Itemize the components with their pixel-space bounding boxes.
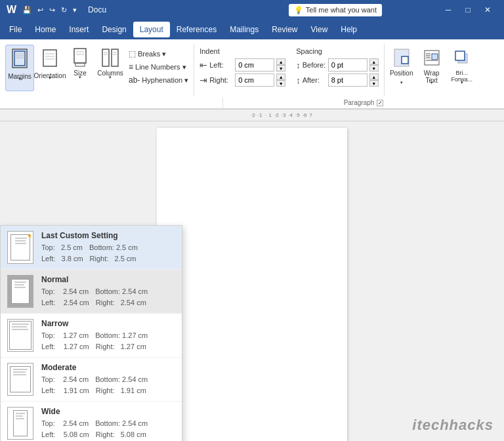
columns-button[interactable]: Columns ▾ <box>96 45 125 89</box>
margin-info-normal: Normal Top: 2.54 cm Bottom: 2.54 cm Left… <box>41 275 175 308</box>
position-button[interactable]: Position ▾ <box>387 45 416 94</box>
margin-info-narrow: Narrow Top: 1.27 cm Bottom: 1.27 cm Left… <box>41 319 175 352</box>
indent-left-input[interactable]: 0 cm <box>235 58 274 72</box>
columns-icon <box>101 47 119 70</box>
indent-left-up[interactable]: ▲ <box>276 58 285 65</box>
minimize-button[interactable]: ─ <box>438 0 458 20</box>
margin-preview-narrow <box>7 319 33 352</box>
menu-view[interactable]: View <box>304 22 335 37</box>
redo-button[interactable]: ↪ <box>47 5 57 16</box>
margin-name-normal: Normal <box>41 275 175 284</box>
spacing-before-input[interactable]: 0 pt <box>328 58 368 72</box>
columns-arrow: ▾ <box>109 75 112 80</box>
margins-dropdown: ★ Last Custom Setting Top: 2.5 cm Bottom… <box>0 225 182 441</box>
page-setup-group: Margins ▾ Orientation ▾ <box>3 43 194 96</box>
orientation-arrow: ▾ <box>49 75 51 81</box>
small-page-setup-group: ⬚ Breaks ▾ ≡ Line Numbers ▾ ab- Hyphenat… <box>126 45 191 87</box>
indent-right-up[interactable]: ▲ <box>276 74 285 80</box>
paragraph-section-label: Paragraph ⤢ <box>223 99 504 106</box>
spacing-before-up[interactable]: ▲ <box>369 58 379 65</box>
indent-left-down[interactable]: ▼ <box>276 65 285 72</box>
indent-right-spinner[interactable]: ▲ ▼ <box>276 74 285 87</box>
indent-left-icon: ⇤ <box>200 60 207 70</box>
repeat-button[interactable]: ↻ <box>59 5 69 16</box>
main-area: ★ Last Custom Setting Top: 2.5 cm Bottom… <box>0 121 504 441</box>
spacing-before-value: 0 pt <box>331 61 343 69</box>
menu-review[interactable]: Review <box>265 22 304 37</box>
margin-name-wide: Wide <box>41 407 175 416</box>
menu-mailings[interactable]: Mailings <box>223 22 265 37</box>
size-button[interactable]: Size ▾ <box>66 45 94 89</box>
margin-detail-narrow: Top: 1.27 cm Bottom: 1.27 cm Left: 1.27 … <box>41 330 175 352</box>
margins-button[interactable]: Margins ▾ <box>5 45 34 91</box>
spacing-after-up[interactable]: ▲ <box>369 74 379 80</box>
spacing-after-icon: ↕ <box>296 75 301 85</box>
margins-icon <box>10 48 29 73</box>
breaks-button[interactable]: ⬚ Breaks ▾ <box>126 47 191 60</box>
indent-left-spinner[interactable]: ▲ ▼ <box>276 58 285 72</box>
margin-preview-normal <box>7 275 33 308</box>
close-button[interactable]: ✕ <box>478 0 497 20</box>
spacing-after-row: ↕ After: 8 pt ▲ ▼ <box>296 74 379 87</box>
margin-option-last-custom[interactable]: ★ Last Custom Setting Top: 2.5 cm Bottom… <box>1 226 182 270</box>
menu-home[interactable]: Home <box>28 22 62 37</box>
margin-info-wide: Wide Top: 2.54 cm Bottom: 2.54 cm Left: … <box>41 407 175 440</box>
margin-option-normal[interactable]: Normal Top: 2.54 cm Bottom: 2.54 cm Left… <box>1 270 182 314</box>
indent-right-down[interactable]: ▼ <box>276 80 285 87</box>
spacing-after-spinner[interactable]: ▲ ▼ <box>369 74 379 87</box>
menu-file[interactable]: File <box>3 22 28 37</box>
margin-detail-wide: Top: 2.54 cm Bottom: 2.54 cm Left: 5.08 … <box>41 418 175 440</box>
margin-option-wide[interactable]: Wide Top: 2.54 cm Bottom: 2.54 cm Left: … <box>1 402 182 441</box>
wrap-text-icon <box>423 47 441 70</box>
margin-detail-moderate: Top: 2.54 cm Bottom: 2.54 cm Left: 1.91 … <box>41 374 175 396</box>
spacing-before-row: ↕ Before: 0 pt ▲ ▼ <box>296 58 379 72</box>
margin-option-moderate[interactable]: Moderate Top: 2.54 cm Bottom: 2.54 cm Le… <box>1 358 182 402</box>
wrap-text-arrow: ▾ <box>430 80 433 85</box>
ruler-mark-7: 7 <box>308 112 313 118</box>
position-label: Position <box>390 70 413 77</box>
ruler-mark-4: ·4 <box>287 112 294 118</box>
margin-option-narrow[interactable]: Narrow Top: 1.27 cm Bottom: 1.27 cm Left… <box>1 314 182 358</box>
paragraph-label: Paragraph <box>344 99 375 106</box>
spacing-before-down[interactable]: ▼ <box>369 65 379 72</box>
ribbon: Margins ▾ Orientation ▾ <box>0 39 504 110</box>
indent-title: Indent <box>200 47 285 55</box>
window-controls: ─ □ ✕ <box>438 0 497 20</box>
undo-button[interactable]: ↩ <box>35 5 45 16</box>
svg-rect-1 <box>14 51 25 66</box>
size-icon <box>71 47 89 70</box>
spacing-after-value: 8 pt <box>331 76 343 84</box>
ribbon-content: Margins ▾ Orientation ▾ <box>0 42 504 97</box>
spacing-after-input[interactable]: 8 pt <box>328 74 368 87</box>
indent-right-input[interactable]: 0 cm <box>235 74 274 87</box>
menu-layout[interactable]: Layout <box>133 22 170 37</box>
menu-references[interactable]: References <box>170 22 223 37</box>
svg-rect-13 <box>102 49 109 66</box>
ruler: ·2 ·1 · 1 ·2 ·3 ·4 ·5 ·6 7 <box>0 110 504 121</box>
paragraph-expander[interactable]: ⤢ <box>377 100 383 106</box>
menu-design[interactable]: Design <box>95 22 133 37</box>
customize-qat[interactable]: ▾ <box>71 5 79 16</box>
tell-me-box[interactable]: 💡 Tell me what you want <box>289 4 382 16</box>
save-button[interactable]: 💾 <box>20 5 33 16</box>
section-labels-bar: Paragraph ⤢ <box>0 97 504 109</box>
word-icon: W <box>7 4 16 16</box>
wrap-text-button[interactable]: Wrap Text ▾ <box>417 45 446 94</box>
menu-help[interactable]: Help <box>334 22 364 37</box>
spacing-before-spinner[interactable]: ▲ ▼ <box>369 58 379 72</box>
orientation-button[interactable]: Orientation ▾ <box>35 45 64 90</box>
line-numbers-button[interactable]: ≡ Line Numbers ▾ <box>126 60 191 74</box>
hyphenation-button[interactable]: ab- Hyphenation ▾ <box>126 74 191 87</box>
indent-right-label: Right: <box>209 76 233 84</box>
margin-preview-last-custom: ★ <box>7 231 33 264</box>
bring-forward-button[interactable]: Bri...Forwa... ▾ <box>448 45 476 94</box>
line-numbers-label: Line Numbers ▾ <box>135 63 186 72</box>
size-arrow: ▾ <box>79 75 81 80</box>
indent-group: Indent ⇤ Left: 0 cm ▲ ▼ ⇥ Right: <box>200 45 285 94</box>
spacing-after-down[interactable]: ▼ <box>369 80 379 87</box>
menu-bar: File Home Insert Design Layout Reference… <box>0 20 504 39</box>
maximize-button[interactable]: □ <box>458 0 478 20</box>
margin-name-narrow: Narrow <box>41 319 175 328</box>
margin-detail-last-custom: Top: 2.5 cm Bottom: 2.5 cm Left: 3.8 cm … <box>41 242 175 264</box>
menu-insert[interactable]: Insert <box>62 22 95 37</box>
